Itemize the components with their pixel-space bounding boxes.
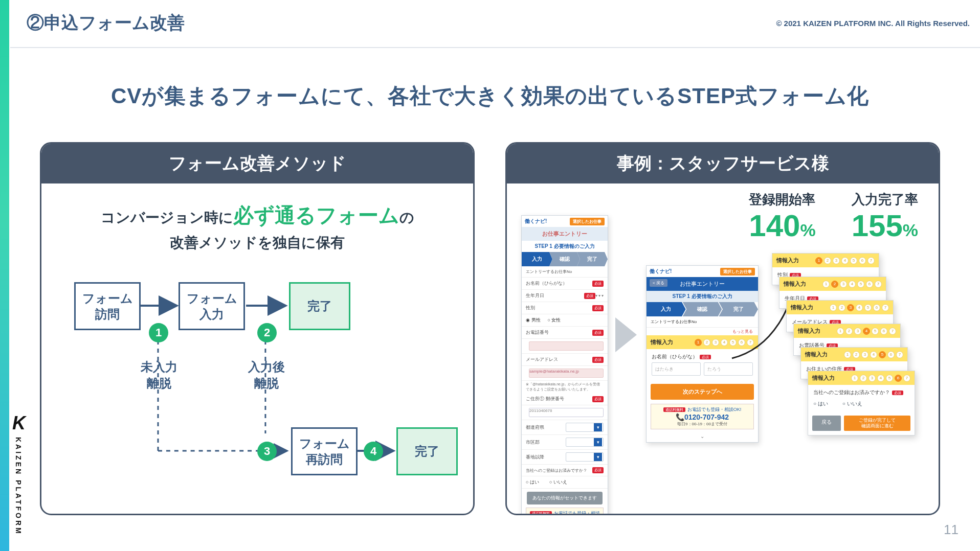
tel-number: 0120-707-942 [684, 413, 729, 421]
metric-label: 入力完了率 [852, 191, 918, 209]
name-field-2: たろう [704, 362, 753, 376]
company-logo: K KAIZEN PLATFORM [12, 412, 25, 536]
flow-badge-1: 1 [149, 323, 168, 342]
flow-box-complete: 完了 [289, 282, 350, 330]
tel-note: お電話でも登録・相談OK! [554, 511, 600, 515]
opt-yes: はい [530, 479, 539, 485]
transition-arrow-icon [615, 317, 637, 352]
flow-label-afterinput: 入力後 離脱 [248, 359, 285, 392]
req-badge: 必須 [592, 281, 604, 287]
old-city: 市区郡 [526, 439, 563, 446]
old-mail: メールアドレス [526, 356, 590, 363]
req-badge: 必須 [592, 467, 604, 473]
opt-male: 男性 [531, 317, 541, 323]
req-badge: 必須 [892, 391, 903, 395]
tel-note: お電話でも登録・相談OK! [687, 407, 742, 412]
step-card-6: 情報入力1234567 当社へのご登録はお済みですか？必須 ○ はい○ いいえ … [808, 371, 915, 435]
stepnote: STEP 1 必要情報のご入力 [647, 291, 758, 302]
old-birth: 生年月日 [526, 292, 582, 299]
back-btn: < 戻る [650, 279, 667, 287]
intro-pre: コンバージョン時に [101, 210, 233, 225]
telbox: 通話料無料お電話でも登録・相談OK! 📞0120-707-942 毎日9：00-… [651, 404, 754, 429]
logo-mark: K [12, 412, 25, 434]
req-badge: 必須 [592, 305, 604, 311]
flow-box-input: フォーム 入力 [179, 282, 245, 330]
old-greybtn: あなたの情報がセットできます [527, 492, 603, 504]
mock-area: 働くナビ!選択したお仕事 お仕事エントリー STEP 1 必要情報のご入力 入力… [521, 210, 924, 506]
copyright: © 2021 KAIZEN PLATFORM INC. All Rights R… [776, 19, 970, 28]
flow-diagram: フォーム 訪問 フォーム 入力 完了 1 2 未入力 離脱 入力後 離脱 3 フ… [59, 272, 456, 507]
opt-yes: はい [818, 401, 828, 406]
y-btn-back: 戻る [812, 416, 841, 431]
old-mail-sample: sample@hatarakikata.ne.jp [529, 369, 604, 378]
telbox: 通話料無料お電話でも登録・相談OK! 📞0120-707-942 毎日9：00-… [526, 508, 604, 515]
flow-box-complete2: 完了 [396, 427, 458, 475]
chev-confirm: 確認 [683, 302, 722, 316]
ycard-title: 情報入力 [798, 327, 820, 335]
panel-case-title: 事例：スタッフサービス様 [507, 144, 939, 183]
cta-next: 次のステップへ [651, 384, 754, 400]
old-name: お名前（ひらがな） [526, 280, 590, 287]
req-badge: 必須 [584, 293, 595, 299]
opt-no: いいえ [553, 479, 567, 485]
old-town: 番地以降 [526, 454, 563, 461]
brand: 働くナビ! [525, 218, 547, 225]
motto-link: もっと見る [647, 328, 758, 335]
flow-label-noinput: 未入力 離脱 [141, 359, 177, 392]
page-number: 11 [944, 522, 959, 538]
method-intro: コンバージョン時に必ず通るフォームの 改善メソッドを独自に保有 [59, 199, 456, 255]
flow-box-visit: フォーム 訪問 [74, 282, 141, 330]
ycard-title: 情報入力 [776, 257, 799, 264]
y-btn-next: ご登録が完了して 確認画面に進む [844, 416, 910, 431]
tel-hours: 毎日9：00-19：00まで受付 [677, 422, 727, 426]
intro-line2: 改善メソッドを独自に保有 [170, 235, 345, 250]
opt-no: いいえ [847, 401, 862, 406]
old-addr: 都道府県 [526, 424, 563, 431]
mail-note: ※「@hatarakikata.ne.jp」からのメールを受信できるようご設定を… [522, 381, 608, 393]
ycard-title: 情報入力 [784, 280, 806, 288]
select [566, 423, 604, 432]
chev-done: 完了 [577, 252, 608, 266]
entry-note: エントリーするお仕事No [651, 319, 697, 325]
ycard-title: 情報入力 [812, 374, 835, 382]
req-badge: 必須 [592, 330, 604, 336]
panel-method: フォーム改善メソッド コンバージョン時に必ず通るフォームの 改善メソッドを独自に… [40, 142, 475, 515]
y-visited: 当社へのご登録はお済みですか？ [813, 389, 890, 395]
chev-input: 入力 [522, 252, 552, 266]
old-zip: ご住所① 郵便番号 [526, 396, 590, 402]
intro-post: の [399, 210, 414, 225]
name-label: お名前（ひらがな） [652, 354, 698, 359]
panel-method-title: フォーム改善メソッド [41, 144, 473, 183]
ycard-title: 情報入力 [805, 351, 828, 358]
select [566, 452, 604, 462]
divider [10, 47, 980, 48]
headline: CVが集まるフォームにて、各社で大きく効果の出ているSTEP式フォーム化 [0, 82, 980, 110]
subbar: お仕事エントリー [522, 227, 608, 241]
old-gender: 性別 [526, 305, 590, 311]
field [529, 341, 604, 351]
metric-label: 登録開始率 [749, 191, 815, 209]
chev-done: 完了 [719, 302, 758, 316]
flow-badge-2: 2 [257, 323, 277, 342]
flow-box-revisit: フォーム 再訪問 [291, 427, 358, 475]
old-tel: お電話番号 [526, 329, 590, 336]
name-field-1: はたらき [652, 362, 701, 376]
ycard-title: 情報入力 [791, 304, 813, 311]
top-button: 選択したお仕事 [570, 218, 605, 225]
top-button: 選択したお仕事 [720, 268, 755, 276]
logo-text: KAIZEN PLATFORM [14, 437, 23, 536]
req-badge: 必須 [592, 396, 604, 402]
flow-badge-4: 4 [364, 442, 383, 461]
flow-badge-3: 3 [257, 442, 277, 461]
down-chevron-icon: ⌄ [647, 432, 758, 442]
req-badge: 必須 [700, 355, 711, 359]
tel-badge: 通話料無料 [663, 407, 685, 412]
select [566, 438, 604, 447]
mock-new-form: 働くナビ!選択したお仕事 < 戻るお仕事エントリー STEP 1 必要情報のご入… [646, 265, 759, 443]
entry-note: エントリーするお仕事No [526, 269, 604, 274]
tel-badge: 通話料無料 [530, 511, 552, 515]
intro-em: 必ず通るフォーム [233, 204, 399, 226]
page-title: ②申込フォーム改善 [27, 11, 185, 35]
mock-old-form: 働くナビ!選択したお仕事 お仕事エントリー STEP 1 必要情報のご入力 入力… [521, 215, 608, 515]
stepnote: STEP 1 必要情報のご入力 [522, 241, 608, 252]
